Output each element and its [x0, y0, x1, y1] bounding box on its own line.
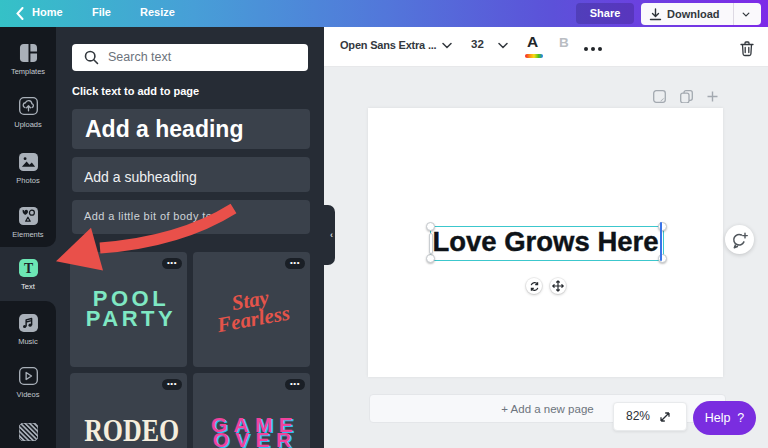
svg-text:T: T [23, 261, 32, 276]
